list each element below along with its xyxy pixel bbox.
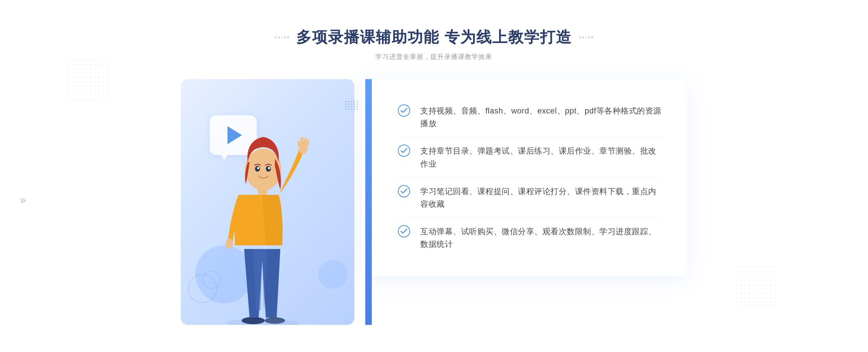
decorator-dot [278,37,280,38]
illus-dots [345,101,358,102]
decorator-dot [287,37,289,38]
check-circle-1 [398,104,410,117]
decorator-dot [582,37,584,38]
header-section: 多项录播课辅助功能 专为线上教学打造 学习进度全掌握，提升录播课教学效果 [275,27,593,61]
svg-rect-5 [307,139,309,146]
checkmark-icon-1 [400,108,408,113]
feature-item-1: 支持视频、音频、flash、word、excel、ppt、pdf等各种格式的资源… [398,97,662,137]
decorator-line [281,37,282,38]
illustration-area [181,79,369,325]
decorator-dot [275,37,277,38]
feature-text-4: 互动弹幕、试听购买、微信分享、观看次数限制、学习进度跟踪、数据统计 [420,225,662,250]
svg-rect-4 [304,138,307,145]
feature-item-2: 支持章节目录、弹题考试、课后练习、课后作业、章节测验、批改作业 [398,137,662,177]
svg-point-12 [257,167,259,169]
features-panel-wrapper: 支持视频、音频、flash、word、excel、ppt、pdf等各种格式的资源… [365,79,687,325]
dot-pattern-bottom-right [734,265,778,309]
features-panel: 支持视频、音频、flash、word、excel、ppt、pdf等各种格式的资源… [362,79,687,276]
header-decorators: 多项录播课辅助功能 专为线上教学打造 [275,27,593,47]
feature-text-1: 支持视频、音频、flash、word、excel、ppt、pdf等各种格式的资源… [420,104,662,130]
feature-text-2: 支持章节目录、弹题考试、课后练习、课后作业、章节测验、批改作业 [420,145,662,170]
check-circle-4 [398,225,410,237]
svg-point-7 [226,239,233,249]
feature-item-3: 学习笔记回看、课程提问、课程评论打分、课件资料下载，重点内容收藏 [398,178,662,218]
svg-rect-3 [301,137,303,145]
checkmark-icon-3 [400,188,408,194]
check-circle-3 [398,185,410,197]
decorator-dot [579,37,581,38]
decorator-dot [591,37,593,38]
feature-item-4: 互动弹幕、试听购买、微信分享、观看次数限制、学习进度跟踪、数据统计 [398,218,662,258]
decorator-line [586,37,587,38]
feature-text-3: 学习笔记回看、课程提问、课程评论打分、课件资料下载，重点内容收藏 [420,185,662,210]
checkmark-icon-4 [400,228,408,234]
person-illustration [203,123,326,325]
svg-point-13 [268,167,270,169]
page-container: » 多项录播课辅助功能 专为线上教学打造 学习进度全掌握，提升录播课教学效果 [0,0,868,352]
decorator-dots-right [579,37,593,38]
subtitle: 学习进度全掌握，提升录播课教学效果 [275,52,593,61]
decorator-dots-left [275,37,289,38]
content-area: 支持视频、音频、flash、word、excel、ppt、pdf等各种格式的资源… [181,79,687,325]
checkmark-icon-2 [400,148,408,154]
decorator-dot [284,37,286,38]
svg-rect-6 [298,141,300,146]
chevron-left-icon: » [20,194,24,206]
main-title: 多项录播课辅助功能 专为线上教学打造 [296,27,572,47]
svg-point-14 [226,319,298,325]
decorator-dot [588,37,590,38]
check-circle-2 [398,145,410,157]
dot-pattern-top-left [67,58,110,101]
